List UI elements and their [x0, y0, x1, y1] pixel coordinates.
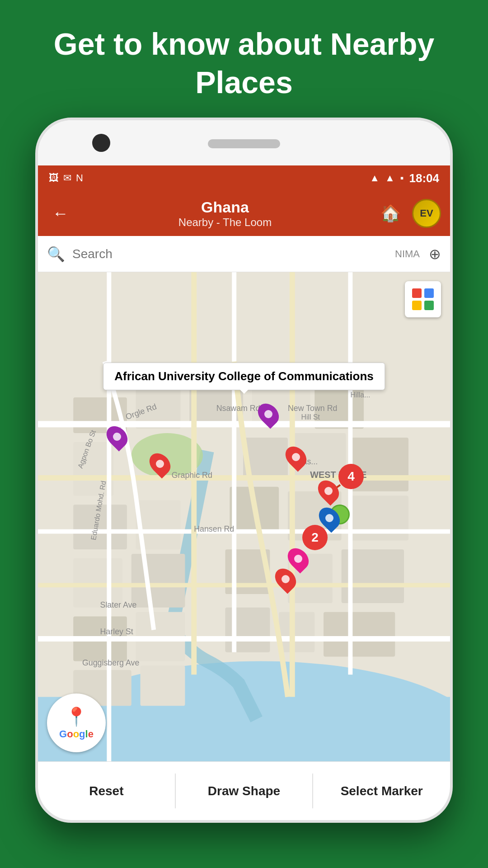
speaker [208, 139, 280, 148]
app-title: Ghana [74, 198, 376, 216]
camera [92, 134, 110, 152]
map-area[interactable]: Orgle Rd Nsawam Rd New Town Rd Agpon Bo … [38, 272, 450, 761]
mail-icon: ✉ [63, 172, 71, 184]
svg-text:Nsawam Rd: Nsawam Rd [216, 404, 260, 413]
google-logo: 📍 Google [47, 693, 106, 752]
map-tooltip: African University College of Communicat… [103, 363, 385, 390]
marker-badge-4[interactable]: 4 [338, 464, 364, 489]
search-icon: 🔍 [47, 245, 65, 263]
svg-text:Harley St: Harley St [100, 627, 133, 636]
svg-rect-25 [225, 608, 270, 652]
search-bar: 🔍 NIMA ⊕ [38, 236, 450, 272]
marker-red-1[interactable] [151, 452, 169, 476]
google-text: Google [59, 728, 94, 740]
reset-button[interactable]: Reset [38, 762, 175, 820]
search-input[interactable] [72, 247, 395, 261]
back-button[interactable]: ← [47, 200, 74, 227]
svg-rect-26 [279, 612, 314, 652]
select-marker-button[interactable]: Select Marker [313, 762, 450, 820]
google-map-icon: 📍 [65, 706, 88, 727]
app-subtitle: Nearby - The Loom [74, 216, 376, 229]
grid-button[interactable] [405, 281, 441, 317]
phone-frame: 🖼 ✉ N ▲ ▲ ▪ 18:04 ← Ghana Nearby - The L… [35, 118, 453, 823]
svg-rect-17 [350, 496, 408, 541]
svg-text:Guggisberg Ave: Guggisberg Ave [82, 658, 139, 667]
wifi-icon: ▲ [370, 172, 380, 184]
svg-text:Hilla...: Hilla... [350, 391, 370, 399]
svg-rect-19 [131, 554, 185, 608]
status-bar: 🖼 ✉ N ▲ ▲ ▪ 18:04 [38, 165, 450, 191]
ev-badge[interactable]: EV [412, 199, 441, 228]
nima-label: NIMA [395, 248, 420, 260]
notif-icon: N [76, 172, 83, 184]
app-bar: ← Ghana Nearby - The Loom 🏠 EV [38, 191, 450, 236]
marker-red-4[interactable] [277, 567, 295, 591]
bottom-toolbar: Reset Draw Shape Select Marker [38, 761, 450, 820]
status-icons: 🖼 ✉ N [49, 172, 83, 184]
marker-purple-1[interactable] [108, 425, 126, 448]
marker-red-2[interactable] [287, 445, 305, 469]
svg-text:Graphic Rd: Graphic Rd [172, 471, 212, 480]
app-bar-title: Ghana Nearby - The Loom [74, 198, 376, 229]
svg-rect-29 [141, 665, 185, 706]
location-button[interactable]: ⊕ [429, 245, 441, 263]
marker-purple-2[interactable] [259, 402, 277, 426]
battery-icon: ▪ [400, 172, 404, 184]
marker-red-3[interactable] [319, 479, 338, 503]
marker-badge-2[interactable]: 2 [302, 525, 328, 550]
svg-text:New Town Rd: New Town Rd [288, 404, 337, 413]
home-button[interactable]: 🏠 [376, 199, 405, 228]
svg-text:Slater Ave: Slater Ave [100, 600, 137, 609]
svg-text:Hill St: Hill St [301, 413, 320, 421]
svg-rect-27 [324, 612, 395, 657]
app-bar-actions: 🏠 EV [376, 199, 441, 228]
phone-inner: 🖼 ✉ N ▲ ▲ ▪ 18:04 ← Ghana Nearby - The L… [38, 120, 450, 820]
hero-text: Get to know about Nearby Places [0, 25, 488, 102]
phone-top-bar [38, 120, 450, 165]
status-time: 18:04 [409, 171, 440, 185]
photo-icon: 🖼 [49, 172, 59, 184]
svg-text:Hansen Rd: Hansen Rd [194, 524, 234, 533]
draw-shape-button[interactable]: Draw Shape [176, 762, 313, 820]
signal-icon: ▲ [385, 172, 395, 184]
map-svg: Orgle Rd Nsawam Rd New Town Rd Agpon Bo … [38, 272, 450, 761]
